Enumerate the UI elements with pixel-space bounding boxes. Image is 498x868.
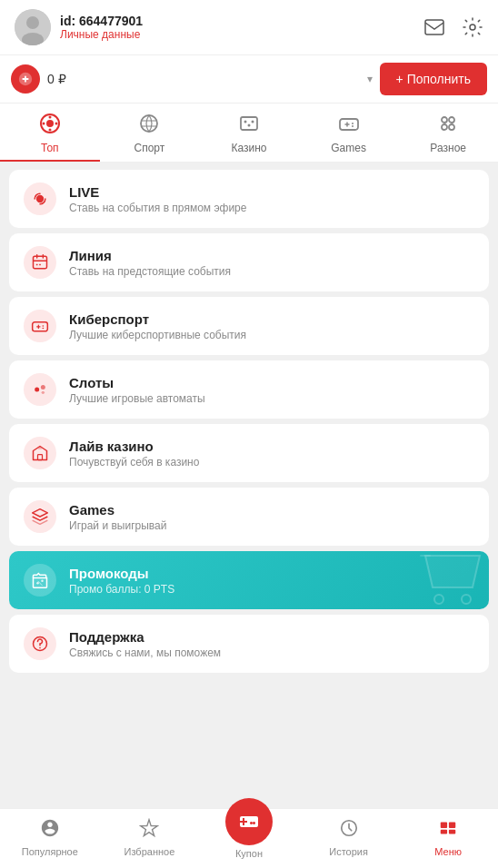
user-info: id: 664477901 Личные данные xyxy=(60,14,143,41)
svg-rect-13 xyxy=(241,117,257,130)
tab-sport-label: Спорт xyxy=(134,142,165,154)
support-text: Поддержка Свяжись с нами, мы поможем xyxy=(69,629,221,659)
menu-item-games[interactable]: Games Играй и выигрывай xyxy=(9,488,489,546)
svg-rect-3 xyxy=(425,20,443,35)
svg-point-11 xyxy=(55,123,57,125)
bottom-nav-coupon[interactable]: Купон xyxy=(199,814,299,861)
games-text: Games Играй и выигрывай xyxy=(69,502,166,532)
tab-other[interactable]: Разное xyxy=(398,104,498,162)
line-title: Линия xyxy=(69,248,231,263)
svg-point-10 xyxy=(42,123,45,125)
avatar[interactable] xyxy=(15,9,51,45)
user-link[interactable]: Личные данные xyxy=(60,28,143,41)
other-icon xyxy=(437,113,459,138)
header-right xyxy=(423,16,483,38)
svg-point-22 xyxy=(442,124,447,130)
topup-button[interactable]: + Пополнить xyxy=(380,63,487,95)
balance-amount: 0 ₽ xyxy=(47,72,66,86)
menu-item-live-casino[interactable]: Лайв казино Почувствуй себя в казино xyxy=(9,424,489,482)
esport-title: Киберспорт xyxy=(69,311,246,327)
svg-rect-45 xyxy=(449,830,455,834)
svg-rect-27 xyxy=(39,264,41,266)
promo-text: Промокоды Промо баллы: 0 PTS xyxy=(69,566,174,596)
svg-rect-43 xyxy=(449,823,455,828)
coupon-button[interactable] xyxy=(225,798,273,845)
promo-subtitle: Промо баллы: 0 PTS xyxy=(69,583,174,596)
svg-point-35 xyxy=(36,582,39,585)
balance-bar: 0 ₽ ▾ + Пополнить xyxy=(0,55,498,104)
bottom-nav-popular[interactable]: Популярное xyxy=(0,816,100,859)
svg-point-19 xyxy=(352,125,354,127)
bottom-nav-favorites[interactable]: Избранное xyxy=(100,816,200,859)
esport-subtitle: Лучшие киберспортивные события xyxy=(69,329,246,341)
user-id: id: 664477901 xyxy=(60,14,143,28)
popular-icon xyxy=(40,818,60,843)
tab-top[interactable]: Топ xyxy=(0,104,100,162)
menu-item-live[interactable]: LIVE Ставь на события в прямом эфире xyxy=(9,170,489,228)
bottom-nav-menu[interactable]: Меню xyxy=(398,816,498,859)
menu-item-esport[interactable]: Киберспорт Лучшие киберспортивные событи… xyxy=(9,297,489,355)
coupon-label: Купон xyxy=(235,848,263,859)
menu-list: LIVE Ставь на события в прямом эфире Лин… xyxy=(0,163,498,680)
svg-point-9 xyxy=(48,129,51,132)
menu-item-support[interactable]: Поддержка Свяжись с нами, мы поможем xyxy=(9,615,489,673)
svg-rect-26 xyxy=(36,264,38,266)
live-casino-subtitle: Почувствуй себя в казино xyxy=(69,456,199,469)
svg-point-20 xyxy=(442,117,447,123)
bottom-nav-history[interactable]: История xyxy=(299,816,399,859)
svg-point-40 xyxy=(39,647,41,649)
svg-rect-44 xyxy=(441,830,447,834)
balance-icon xyxy=(11,64,40,94)
line-subtitle: Ставь на предстоящие события xyxy=(69,265,231,278)
svg-point-12 xyxy=(141,115,157,132)
support-title: Поддержка xyxy=(69,629,221,645)
menu-item-line[interactable]: Линия Ставь на предстоящие события xyxy=(9,233,489,291)
svg-point-16 xyxy=(251,121,254,123)
settings-icon[interactable] xyxy=(462,16,483,38)
games-menu-icon xyxy=(24,500,56,533)
slots-title: Слоты xyxy=(69,375,205,390)
svg-point-38 xyxy=(462,595,471,604)
tab-games[interactable]: Games xyxy=(299,104,399,162)
svg-point-8 xyxy=(48,116,51,119)
tab-top-label: Топ xyxy=(41,142,59,154)
svg-point-21 xyxy=(449,117,454,123)
menu-item-slots[interactable]: Слоты Лучшие игровые автоматы xyxy=(9,360,489,419)
slots-text: Слоты Лучшие игровые автоматы xyxy=(69,375,205,405)
history-label: История xyxy=(329,846,368,857)
tab-games-label: Games xyxy=(331,142,366,154)
svg-point-36 xyxy=(41,580,44,583)
svg-point-30 xyxy=(43,328,45,330)
casino-icon xyxy=(238,113,260,138)
tab-casino-label: Казино xyxy=(231,142,266,154)
promo-icon xyxy=(24,564,56,597)
esport-text: Киберспорт Лучшие киберспортивные событи… xyxy=(69,311,246,341)
support-icon xyxy=(24,627,56,660)
svg-point-32 xyxy=(41,385,45,390)
menu-item-promo[interactable]: Промокоды Промо баллы: 0 PTS xyxy=(9,551,489,609)
svg-point-15 xyxy=(247,124,250,127)
popular-label: Популярное xyxy=(22,846,78,857)
svg-point-31 xyxy=(35,388,39,392)
svg-point-33 xyxy=(42,391,45,394)
tab-casino[interactable]: Казино xyxy=(199,104,299,162)
bottom-nav: Популярное Избранное Купон История xyxy=(0,808,498,868)
top-icon xyxy=(39,113,61,138)
history-icon xyxy=(339,818,359,843)
games-title: Games xyxy=(69,502,166,518)
svg-point-18 xyxy=(352,123,354,124)
live-casino-text: Лайв казино Почувствуй себя в казино xyxy=(69,439,199,469)
promo-title: Промокоды xyxy=(69,566,174,581)
live-text: LIVE Ставь на события в прямом эфире xyxy=(69,184,246,214)
tab-sport[interactable]: Спорт xyxy=(100,104,200,162)
live-title: LIVE xyxy=(69,184,246,200)
svg-point-7 xyxy=(46,120,54,127)
slots-icon xyxy=(24,373,56,406)
svg-point-23 xyxy=(449,124,454,130)
line-text: Линия Ставь на предстоящие события xyxy=(69,248,231,278)
balance-dropdown[interactable]: 0 ₽ ▾ xyxy=(47,72,373,86)
live-casino-icon xyxy=(24,437,56,469)
esport-icon xyxy=(24,310,56,342)
svg-rect-34 xyxy=(38,455,43,460)
mail-icon[interactable] xyxy=(423,16,445,38)
